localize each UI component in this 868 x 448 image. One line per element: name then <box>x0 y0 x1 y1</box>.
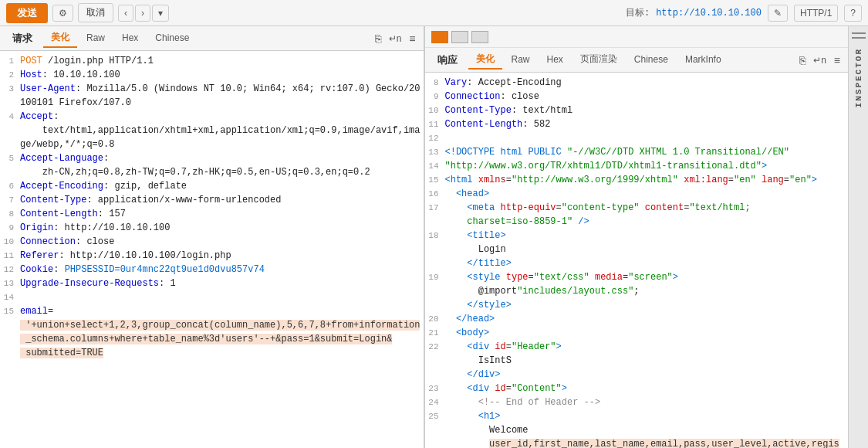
tab-response-raw[interactable]: Raw <box>504 52 538 69</box>
response-panel-header: 响应 美化 Raw Hex 页面渲染 Chinese MarkInfo ⎘ ↵n… <box>425 48 849 73</box>
response-panel-title: 响应 <box>431 52 464 69</box>
edit-target-button[interactable]: ✎ <box>768 5 788 22</box>
response-wrap-icon[interactable]: ↵n <box>812 53 828 67</box>
table-row: 19 <style type="text/css" media="screen"… <box>425 270 849 312</box>
http-version-button[interactable]: HTTP/1 <box>794 5 838 22</box>
table-row: 24 <!-- End of Header --> <box>425 395 849 409</box>
response-tab-icons: ⎘ ↵n ≡ <box>798 53 842 68</box>
tab-request-hex[interactable]: Hex <box>114 30 146 47</box>
response-copy-icon[interactable]: ⎘ <box>798 53 807 68</box>
send-button[interactable]: 发送 <box>6 3 48 23</box>
tab-request-beautify[interactable]: 美化 <box>43 29 77 48</box>
table-row: 15 email= '+union+select+1,2,3,group_con… <box>0 304 424 360</box>
request-content: 1 POST /login.php HTTP/1.1 2 Host: 10.10… <box>0 51 424 448</box>
request-wrap-icon[interactable]: ↵n <box>387 32 404 46</box>
nav-dropdown-button[interactable]: ▾ <box>152 5 169 22</box>
table-row: 11 Content-Length: 582 <box>425 117 849 131</box>
panels-container: 请求 美化 Raw Hex Chinese ⎘ ↵n ≡ 1 POST /log… <box>0 26 868 448</box>
nav-back-button[interactable]: ‹ <box>118 5 133 22</box>
table-row: 21 <body> <box>425 326 849 340</box>
tab-response-chinese[interactable]: Chinese <box>627 52 676 69</box>
help-button[interactable]: ? <box>844 5 862 22</box>
table-row: 10 Connection: close <box>0 235 424 249</box>
request-menu-icon[interactable]: ≡ <box>407 31 417 46</box>
table-row: 14 <box>0 290 424 304</box>
request-copy-icon[interactable]: ⎘ <box>373 31 383 46</box>
resp-mode-split[interactable] <box>431 31 448 43</box>
sidebar-divider <box>852 32 866 34</box>
target-label: 目标: <box>626 6 650 19</box>
target-url: http://10.10.10.100 <box>656 8 762 19</box>
tab-request-raw[interactable]: Raw <box>79 30 113 47</box>
cancel-button[interactable]: 取消 <box>78 3 113 22</box>
target-info: 目标: http://10.10.10.100 ✎ HTTP/1 ? <box>626 5 862 22</box>
tab-response-beautify[interactable]: 美化 <box>468 50 502 70</box>
response-view-icons <box>425 26 849 48</box>
main-toolbar: 发送 ⚙ 取消 ‹ › ▾ 目标: http://10.10.10.100 ✎ … <box>0 0 868 26</box>
request-code-area: 1 POST /login.php HTTP/1.1 2 Host: 10.10… <box>0 51 424 363</box>
table-row: 2 Host: 10.10.10.100 <box>0 68 424 82</box>
request-panel-title: 请求 <box>6 30 39 47</box>
table-row: 18 <title> Login </title> <box>425 229 849 270</box>
tab-response-markinfo[interactable]: MarkInfo <box>677 52 729 69</box>
table-row: 9 Origin: http://10.10.10.100 <box>0 221 424 235</box>
table-row: 16 <head> <box>425 187 849 201</box>
response-code-area: 8 Vary: Accept-Encoding 9 Connection: cl… <box>425 73 849 448</box>
request-tab-icons: ⎘ ↵n ≡ <box>373 31 417 46</box>
table-row: 11 Referer: http://10.10.10.100/login.ph… <box>0 249 424 263</box>
inspector-sidebar: INSPECTOR <box>848 26 868 448</box>
request-panel-header: 请求 美化 Raw Hex Chinese ⎘ ↵n ≡ <box>0 26 424 51</box>
table-row: 3 User-Agent: Mozilla/5.0 (Windows NT 10… <box>0 82 424 110</box>
table-row: 8 Content-Length: 157 <box>0 207 424 221</box>
resp-mode-full[interactable] <box>471 31 488 43</box>
table-row: 20 </head> <box>425 312 849 326</box>
nav-arrows: ‹ › ▾ <box>118 5 169 22</box>
table-row: 23 <div id="Content"> <box>425 382 849 395</box>
table-row: 12 <box>425 131 849 145</box>
table-row: 8 Vary: Accept-Encoding <box>425 76 849 90</box>
table-row: 10 Content-Type: text/html <box>425 104 849 117</box>
table-row: 14 "http://www.w3.org/TR/xhtml1/DTD/xhtm… <box>425 159 849 173</box>
table-row: 17 <meta http-equiv="content-type" conte… <box>425 201 849 229</box>
tab-response-render[interactable]: 页面渲染 <box>572 50 625 70</box>
table-row: 9 Connection: close <box>425 90 849 104</box>
table-row: 15 <html xmlns="http://www.w3.org/1999/x… <box>425 173 849 187</box>
response-content: 8 Vary: Accept-Encoding 9 Connection: cl… <box>425 73 849 448</box>
table-row: 12 Cookie: PHPSESSID=0ur4mnc22qt9ue1d0dv… <box>0 263 424 277</box>
table-row: 13 <!DOCTYPE html PUBLIC "-//W3C//DTD XH… <box>425 145 849 159</box>
table-row: 4 Accept: text/html,application/xhtml+xm… <box>0 110 424 151</box>
table-row: 5 Accept-Language: zh-CN,zh;q=0.8,zh-TW;… <box>0 151 424 179</box>
table-row: 25 <h1> Welcome user_id,first_name,last_… <box>425 409 849 448</box>
tab-request-chinese[interactable]: Chinese <box>147 30 197 47</box>
table-row: 1 POST /login.php HTTP/1.1 <box>0 54 424 68</box>
request-panel: 请求 美化 Raw Hex Chinese ⎘ ↵n ≡ 1 POST /log… <box>0 26 425 448</box>
inspector-label: INSPECTOR <box>854 48 863 107</box>
sidebar-divider <box>852 37 866 39</box>
table-row: 13 Upgrade-Insecure-Requests: 1 <box>0 277 424 290</box>
nav-forward-button[interactable]: › <box>135 5 150 22</box>
resp-mode-single[interactable] <box>451 31 468 43</box>
table-row: 7 Content-Type: application/x-www-form-u… <box>0 193 424 207</box>
settings-button[interactable]: ⚙ <box>52 5 73 22</box>
table-row: 22 <div id="Header"> IsIntS </div> <box>425 340 849 382</box>
response-panel: 响应 美化 Raw Hex 页面渲染 Chinese MarkInfo ⎘ ↵n… <box>425 26 849 448</box>
tab-response-hex[interactable]: Hex <box>539 52 571 69</box>
response-menu-icon[interactable]: ≡ <box>833 53 842 68</box>
response-display-mode <box>431 31 488 43</box>
table-row: 6 Accept-Encoding: gzip, deflate <box>0 179 424 193</box>
